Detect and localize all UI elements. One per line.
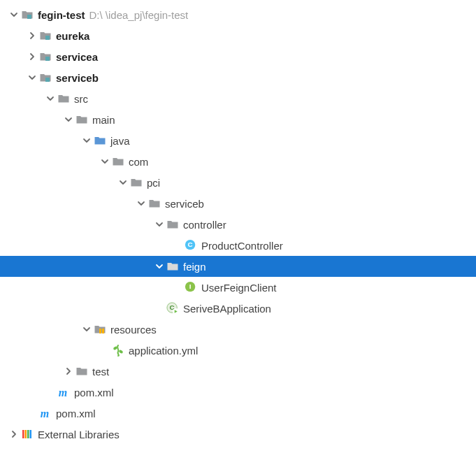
tree-item-label: test	[92, 366, 109, 378]
tree-item-label: pom.xml	[74, 387, 114, 398]
arrow-placeholder	[152, 301, 166, 315]
tree-row-feign[interactable]: feign	[0, 256, 476, 277]
tree-item-path: D:\ \idea_pj\fegin-test	[89, 9, 189, 21]
chevron-down-icon[interactable]	[152, 259, 166, 273]
tree-item-label: feign	[183, 261, 206, 273]
chevron-down-icon[interactable]	[7, 8, 21, 22]
indent	[0, 350, 98, 351]
tree-item-label: application.yml	[129, 345, 198, 357]
chevron-down-icon[interactable]	[62, 113, 75, 127]
arrow-placeholder	[98, 343, 112, 357]
module-folder-icon	[39, 71, 52, 84]
svg-point-14	[118, 350, 123, 354]
package-folder-icon	[166, 260, 179, 273]
chevron-down-icon[interactable]	[134, 196, 148, 210]
tree-row-pom-root[interactable]: mpom.xml	[0, 403, 476, 424]
tree-item-label: servicea	[56, 51, 98, 63]
chevron-right-icon[interactable]	[25, 29, 39, 43]
indent	[0, 413, 25, 414]
tree-row-src[interactable]: src	[0, 88, 476, 109]
interface-i-icon: I	[185, 281, 197, 294]
chevron-down-icon[interactable]	[116, 175, 130, 189]
svg-text:m: m	[59, 387, 67, 398]
svg-rect-17	[22, 430, 24, 438]
chevron-down-icon[interactable]	[25, 71, 39, 85]
maven-pom-icon: m	[57, 386, 70, 398]
folder-icon	[75, 113, 88, 126]
svg-text:I: I	[189, 282, 192, 290]
tree-row-pom-serviceb[interactable]: mpom.xml	[0, 382, 476, 403]
tree-item-label: fegin-test	[38, 9, 85, 21]
svg-rect-19	[27, 430, 29, 438]
tree-item-label: SeriveBApplication	[183, 303, 271, 315]
class-c-icon: C	[185, 239, 197, 252]
tree-row-test[interactable]: test	[0, 361, 476, 382]
tree-row-pkg-serviceb[interactable]: serviceb	[0, 193, 476, 214]
indent	[0, 392, 43, 393]
tree-item-label: src	[74, 93, 88, 105]
chevron-right-icon[interactable]	[7, 427, 21, 441]
tree-row-com[interactable]: com	[0, 151, 476, 172]
module-folder-icon	[39, 29, 52, 42]
tree-item-label: serviceb	[56, 72, 99, 84]
chevron-down-icon[interactable]	[80, 134, 94, 148]
tree-row-java[interactable]: java	[0, 130, 476, 151]
svg-rect-0	[27, 15, 31, 19]
chevron-right-icon[interactable]	[62, 364, 75, 378]
svg-rect-11	[99, 329, 101, 333]
tree-item-label: serviceb	[165, 198, 204, 210]
project-tree[interactable]: fegin-testD:\ \idea_pj\fegin-testeurekas…	[0, 0, 476, 449]
chevron-down-icon[interactable]	[43, 92, 57, 106]
tree-item-label: resources	[110, 324, 157, 336]
tree-row-root[interactable]: fegin-testD:\ \idea_pj\fegin-test	[0, 4, 476, 25]
indent	[0, 141, 80, 141]
module-folder-icon	[39, 50, 52, 63]
spring-runnable-icon: C	[166, 302, 179, 315]
tree-item-label: UserFeignClient	[201, 282, 277, 294]
tree-item-label: com	[129, 156, 148, 168]
tree-row-main[interactable]: main	[0, 109, 476, 130]
tree-row-product-controller[interactable]: CProductController	[0, 235, 476, 256]
tree-row-external-libraries[interactable]: External Libraries	[0, 424, 476, 445]
indent	[0, 308, 152, 309]
tree-row-serviceb-app[interactable]: CSeriveBApplication	[0, 298, 476, 319]
package-folder-icon	[166, 218, 179, 231]
chevron-right-icon[interactable]	[25, 50, 39, 64]
yml-file-icon	[112, 344, 124, 357]
indent	[0, 203, 134, 204]
indent	[0, 120, 62, 120]
tree-item-label: eureka	[56, 30, 89, 42]
indent	[0, 371, 62, 372]
svg-rect-1	[45, 36, 50, 40]
arrow-placeholder	[43, 385, 57, 399]
indent	[0, 245, 171, 246]
indent	[0, 329, 80, 330]
source-folder-icon	[94, 134, 106, 147]
tree-item-label: main	[92, 114, 115, 126]
indent	[0, 57, 25, 57]
tree-row-controller[interactable]: controller	[0, 214, 476, 235]
svg-text:m: m	[41, 408, 49, 419]
tree-row-resources[interactable]: resources	[0, 319, 476, 340]
indent	[0, 15, 7, 15]
svg-rect-12	[102, 329, 104, 333]
tree-row-user-feign-client[interactable]: IUserFeignClient	[0, 277, 476, 298]
svg-rect-20	[30, 430, 32, 438]
tree-row-application-yml[interactable]: application.yml	[0, 340, 476, 361]
tree-row-servicea[interactable]: servicea	[0, 46, 476, 67]
package-folder-icon	[130, 176, 143, 189]
indent	[0, 161, 98, 162]
arrow-placeholder	[171, 238, 185, 252]
chevron-down-icon[interactable]	[152, 217, 166, 231]
tree-row-eureka[interactable]: eureka	[0, 25, 476, 46]
tree-item-label: External Libraries	[38, 429, 120, 440]
folder-icon	[75, 365, 88, 378]
chevron-down-icon[interactable]	[80, 322, 94, 336]
tree-row-serviceb[interactable]: serviceb	[0, 67, 476, 88]
tree-row-pci[interactable]: pci	[0, 172, 476, 193]
package-folder-icon	[112, 155, 124, 168]
maven-pom-icon: m	[39, 407, 52, 419]
arrow-placeholder	[25, 406, 39, 420]
indent	[0, 182, 116, 183]
chevron-down-icon[interactable]	[98, 155, 112, 168]
